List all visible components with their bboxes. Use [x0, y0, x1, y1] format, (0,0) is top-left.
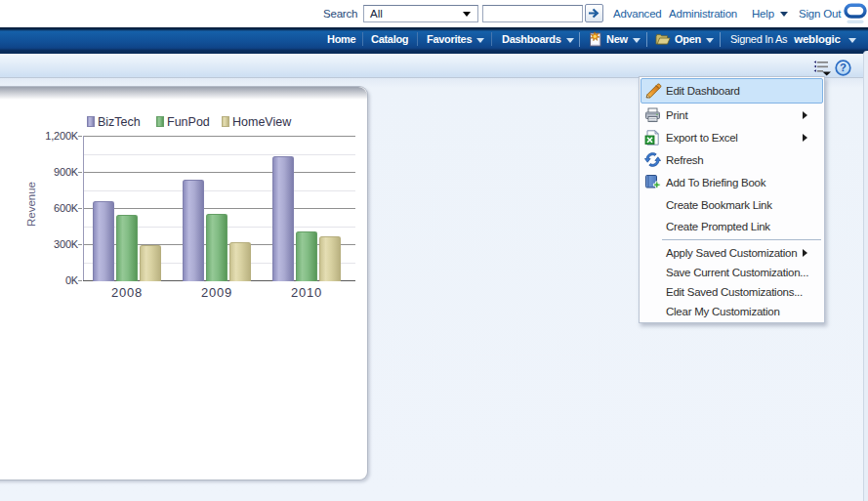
search-scope-select[interactable]: All — [363, 5, 478, 22]
legend-item-homeview: HomeView — [222, 115, 291, 129]
menu-item-save-current-customization[interactable]: Save Current Customization... — [641, 263, 823, 282]
search-input[interactable] — [482, 5, 583, 22]
nav-home[interactable]: Home — [327, 27, 355, 51]
bar-funpod-2010 — [296, 231, 317, 281]
menu-item-create-prompted-link[interactable]: Create Prompted Link — [641, 216, 823, 237]
bar-funpod-2008 — [116, 215, 138, 281]
help-caret-icon — [780, 12, 788, 17]
y-tick-label: 0K — [20, 274, 78, 286]
menu-item-edit-dashboard[interactable]: Edit Dashboard — [641, 78, 823, 104]
nav-open-label: Open — [675, 33, 701, 45]
menu-item-edit-saved-customizations[interactable]: Edit Saved Customizations... — [641, 282, 823, 302]
minor-gridline — [83, 190, 356, 191]
legend-label: FunPod — [167, 115, 210, 129]
signed-in-menu[interactable]: Signed In As weblogic — [730, 27, 856, 51]
printer-icon — [643, 106, 661, 124]
major-gridline — [83, 136, 356, 137]
signed-in-as-label: Signed In As — [730, 33, 787, 45]
main-nav-bar: Home Catalog Favorites Dashboards New Op… — [0, 27, 868, 54]
search-label: Search — [323, 8, 357, 20]
menu-item-print[interactable]: Print — [641, 104, 823, 126]
dashboard-options-menu: Edit DashboardPrintExport to ExcelRefres… — [639, 76, 825, 323]
nav-open[interactable]: Open — [655, 27, 714, 51]
nav-new[interactable]: New — [588, 27, 641, 51]
nav-favorites[interactable]: Favorites — [427, 27, 484, 51]
page-header-band: ? — [0, 54, 868, 78]
no-icon — [643, 218, 661, 235]
go-arrow-icon — [588, 8, 600, 19]
menu-item-clear-my-customization[interactable]: Clear My Customization — [641, 302, 823, 321]
y-axis-line — [83, 136, 84, 280]
nav-new-label: New — [606, 33, 628, 45]
menu-item-label: Edit Saved Customizations... — [666, 286, 803, 298]
y-tick-mark — [78, 280, 82, 281]
menu-item-label: Create Prompted Link — [666, 221, 770, 232]
menu-item-export-to-excel[interactable]: Export to Excel — [641, 126, 823, 148]
y-tick-mark — [78, 136, 82, 137]
menu-item-label: Refresh — [666, 154, 704, 166]
no-icon — [643, 244, 661, 262]
nav-separator — [417, 32, 418, 46]
nav-separator — [720, 32, 721, 47]
nav-separator — [646, 32, 647, 47]
new-document-icon — [588, 31, 602, 47]
submenu-arrow-icon — [803, 111, 807, 119]
no-icon — [643, 283, 661, 301]
menu-separator — [662, 239, 821, 240]
search-go-button[interactable] — [585, 4, 603, 22]
legend-label: HomeView — [232, 115, 291, 129]
nav-catalog[interactable]: Catalog — [371, 27, 408, 51]
nav-dashboards-label: Dashboards — [502, 33, 561, 45]
x-category-label: 2009 — [187, 285, 246, 300]
help-menu[interactable]: Help — [752, 8, 788, 20]
menu-item-add-to-briefing-book[interactable]: Add To Briefing Book — [641, 171, 823, 193]
no-icon — [643, 196, 661, 214]
oracle-logo-icon — [844, 2, 867, 25]
favorites-caret-icon — [476, 38, 484, 43]
search-scope-value: All — [370, 8, 383, 20]
nav-separator — [579, 32, 580, 47]
page-options-icon[interactable] — [812, 60, 832, 76]
bar-biztech-2009 — [183, 180, 204, 281]
new-caret-icon — [633, 38, 641, 43]
dashboards-caret-icon — [566, 38, 574, 43]
legend-label: BizTech — [98, 115, 141, 129]
x-category-label: 2010 — [277, 285, 336, 300]
no-icon — [643, 303, 661, 320]
svg-text:?: ? — [840, 62, 847, 73]
help-icon[interactable]: ? — [835, 60, 851, 76]
signed-in-user: weblogic — [794, 33, 841, 45]
refresh-icon — [643, 151, 661, 169]
nav-dashboards[interactable]: Dashboards — [502, 27, 574, 51]
menu-item-label: Create Bookmark Link — [666, 199, 772, 211]
y-tick-mark — [78, 208, 82, 209]
bar-biztech-2010 — [272, 156, 294, 281]
major-gridline — [83, 208, 356, 209]
bar-homeview-2009 — [229, 242, 251, 281]
excel-icon — [643, 129, 661, 146]
legend-swatch-biztech — [87, 116, 95, 127]
bar-funpod-2009 — [206, 214, 227, 282]
advanced-link[interactable]: Advanced — [613, 8, 662, 20]
menu-item-label: Print — [666, 109, 687, 121]
y-tick-mark — [78, 172, 82, 173]
bar-biztech-2008 — [93, 201, 114, 282]
menu-item-label: Apply Saved Customization — [666, 247, 797, 259]
menu-item-label: Save Current Customization... — [666, 267, 808, 278]
y-axis-title: Revenue — [25, 136, 39, 272]
sign-out-link[interactable]: Sign Out — [799, 8, 841, 20]
menu-item-apply-saved-customization[interactable]: Apply Saved Customization — [641, 242, 823, 263]
scrollbar-track[interactable] — [863, 51, 868, 501]
select-caret-icon — [463, 12, 471, 17]
briefing-book-icon — [643, 174, 661, 191]
legend-item-funpod: FunPod — [156, 115, 210, 129]
menu-item-create-bookmark-link[interactable]: Create Bookmark Link — [641, 193, 823, 216]
legend-swatch-homeview — [222, 116, 229, 127]
major-gridline — [83, 172, 356, 173]
minor-gridline — [83, 154, 356, 155]
administration-link[interactable]: Administration — [669, 8, 737, 20]
menu-item-refresh[interactable]: Refresh — [641, 148, 823, 171]
menu-item-label: Clear My Customization — [666, 306, 780, 317]
open-folder-icon — [655, 33, 671, 46]
top-global-bar: Search All Advanced Administration Help … — [0, 0, 868, 27]
